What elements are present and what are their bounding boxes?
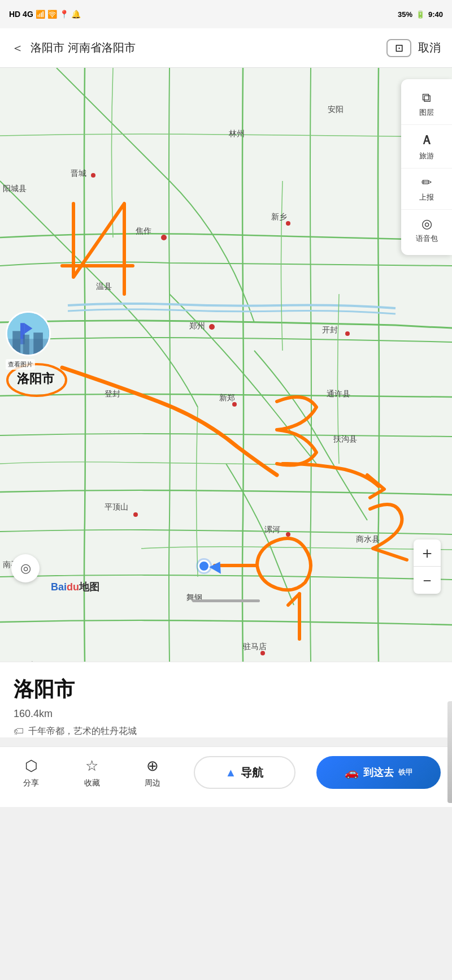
svg-point-2 <box>91 173 95 178</box>
svg-point-1 <box>161 235 167 240</box>
nearby-label: 周边 <box>145 778 160 788</box>
zoom-out-button[interactable]: － <box>414 567 441 594</box>
city-linzhou: 林州 <box>229 129 245 139</box>
nearby-icon: ⊕ <box>146 757 159 775</box>
baidu-logo: Bai du 地图 <box>51 580 99 594</box>
back-button[interactable]: ＜ <box>11 40 24 57</box>
voice-label: 语音包 <box>416 234 438 244</box>
city-name-heading: 洛阳市 <box>14 676 438 703</box>
voice-icon: ◎ <box>421 217 432 231</box>
collect-button[interactable]: ☆ 收藏 <box>72 757 112 788</box>
city-anyang: 安阳 <box>328 105 344 115</box>
city-shangshui: 商水县 <box>356 534 380 545</box>
goto-sub-label: 铁甲 <box>398 767 413 778</box>
baidu-du-text: du <box>67 581 79 593</box>
share-button[interactable]: ⬡ 分享 <box>11 757 51 788</box>
city-jiaozuo: 焦作 <box>136 226 151 236</box>
toolbar-report[interactable]: ✏ 上报 <box>401 169 452 210</box>
city-zhengzhou: 郑州 <box>189 321 205 331</box>
toolbar-layers[interactable]: ⧉ 图层 <box>401 84 452 125</box>
city-fugou: 扶沟县 <box>333 434 357 444</box>
city-yangcheng: 阳城县 <box>3 184 27 194</box>
city-luohe: 漯河 <box>264 525 280 535</box>
location-icon: 📍 <box>59 10 69 19</box>
city-tag: 🏷 千年帝都，艺术的牡丹花城 <box>14 726 438 737</box>
city-zhumadian: 驻马店 <box>243 642 267 652</box>
map-area[interactable]: 晋城 阳城县 林州 安阳 新乡 焦作 温县 郑州 开封 洛阳市 登封 新郑 通许… <box>0 68 452 662</box>
bottom-actions: ⬡ 分享 ☆ 收藏 ⊕ 周边 ▲ 导航 🚗 到这去 铁甲 <box>11 756 441 789</box>
nav-label: 导航 <box>241 765 263 780</box>
nearby-button[interactable]: ⊕ 周边 <box>133 757 172 788</box>
header-right: ⊡ 取消 <box>386 39 441 57</box>
share-icon: ⬡ <box>25 757 38 775</box>
toolbar-travel[interactable]: Ａ 旅游 <box>401 125 452 169</box>
time-label: 9:40 <box>428 10 443 19</box>
zoom-in-button[interactable]: ＋ <box>414 539 441 567</box>
battery-label: 35% <box>398 10 412 19</box>
layers-icon: ⧉ <box>422 90 431 105</box>
city-pingdingshan: 平顶山 <box>105 502 128 512</box>
thumbnail-label: 查看图片 <box>6 359 35 370</box>
svg-point-5 <box>345 331 350 336</box>
nav-arrow-icon: ▲ <box>225 766 237 779</box>
city-tongxu: 通许县 <box>327 389 350 399</box>
location-reset-icon: ◎ <box>20 561 31 576</box>
notification-icon: 🔔 <box>71 10 81 19</box>
status-bar: HD 4G 📶 🛜 📍 🔔 35% 🔋 9:40 <box>0 0 452 28</box>
goto-car-icon: 🚗 <box>345 766 359 779</box>
city-xinxiang: 新乡 <box>271 212 287 222</box>
battery-mode-icon: ⊡ <box>395 42 403 54</box>
location-thumbnail[interactable] <box>6 311 51 356</box>
goto-button[interactable]: 🚗 到这去 铁甲 <box>316 756 441 789</box>
wifi-icon: 🛜 <box>47 10 57 19</box>
status-left: HD 4G 📶 🛜 📍 🔔 <box>9 10 81 19</box>
header-title: 洛阳市 河南省洛阳市 <box>31 40 136 55</box>
city-luoyang-label: 洛阳市 <box>17 370 54 387</box>
cancel-button[interactable]: 取消 <box>418 40 441 55</box>
current-location-dot <box>198 560 210 572</box>
info-panel: 洛阳市 160.4km 🏷 千年帝都，艺术的牡丹花城 <box>0 662 452 737</box>
right-toolbar: ⧉ 图层 Ａ 旅游 ✏ 上报 ◎ 语音包 <box>401 79 452 255</box>
city-jingcheng: 晋城 <box>71 169 86 179</box>
layers-label: 图层 <box>419 107 434 118</box>
navigation-button[interactable]: ▲ 导航 <box>194 756 295 789</box>
map-scrollbar <box>192 599 260 602</box>
svg-rect-0 <box>0 68 452 662</box>
baidu-map-text: 地图 <box>79 580 99 594</box>
map-background <box>0 68 452 662</box>
travel-icon: Ａ <box>420 132 433 149</box>
network-label: HD 4G <box>9 10 33 19</box>
bottom-bar: ⬡ 分享 ☆ 收藏 ⊕ 周边 ▲ 导航 🚗 到这去 铁甲 <box>0 746 452 807</box>
report-label: 上报 <box>419 192 434 202</box>
baidu-bai-text: Bai <box>51 581 67 593</box>
battery-icon: 🔋 <box>416 10 425 19</box>
tag-text: 千年帝都，艺术的牡丹花城 <box>28 726 137 737</box>
report-icon: ✏ <box>421 175 432 190</box>
signal-icon: 📶 <box>36 10 45 19</box>
svg-rect-18 <box>23 335 29 355</box>
travel-label: 旅游 <box>419 151 434 161</box>
city-distance: 160.4km <box>14 708 438 720</box>
collect-label: 收藏 <box>84 778 100 788</box>
city-dengfeng: 登封 <box>105 389 120 399</box>
city-wenxian: 温县 <box>96 282 112 292</box>
svg-rect-19 <box>33 333 43 355</box>
tag-icon: 🏷 <box>14 726 24 737</box>
icon-button[interactable]: ⊡ <box>386 39 411 57</box>
header-left: ＜ 洛阳市 河南省洛阳市 <box>11 40 136 57</box>
header-bar: ＜ 洛阳市 河南省洛阳市 ⊡ 取消 <box>0 28 452 68</box>
location-reset-button[interactable]: ◎ <box>11 554 40 582</box>
svg-point-8 <box>286 532 290 537</box>
svg-point-7 <box>133 512 138 517</box>
goto-label: 到这去 <box>363 766 394 779</box>
share-label: 分享 <box>23 778 39 788</box>
city-xinzheng: 新郑 <box>219 393 235 403</box>
city-nanyang: 南阳 <box>28 660 44 662</box>
side-accent-bar <box>447 701 452 803</box>
zoom-controls: ＋ － <box>414 539 441 594</box>
toolbar-voice[interactable]: ◎ 语音包 <box>401 210 452 251</box>
collect-icon: ☆ <box>85 757 98 775</box>
svg-point-4 <box>209 324 215 330</box>
city-kaifeng: 开封 <box>322 325 338 335</box>
svg-rect-17 <box>12 331 20 355</box>
